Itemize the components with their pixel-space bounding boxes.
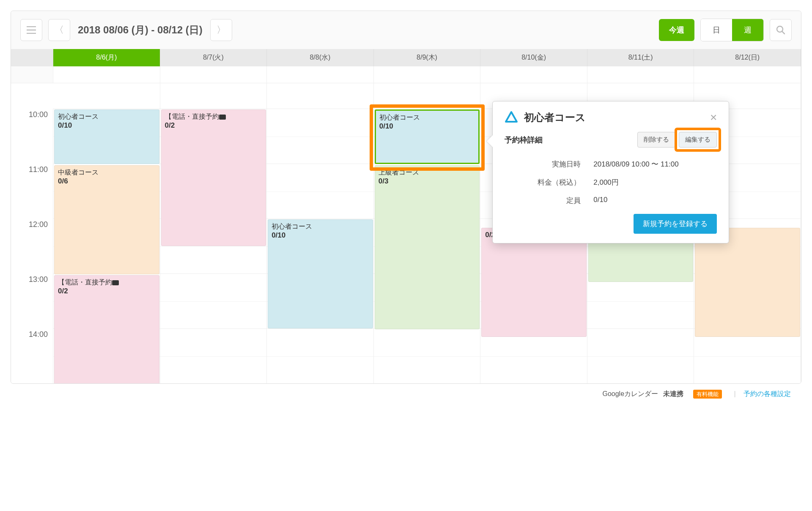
day-col-wed[interactable]: 初心者コース0/10 <box>267 83 374 383</box>
search-button[interactable] <box>770 19 792 41</box>
event-count: 0/10 <box>58 121 156 130</box>
event-title: 【電話・直接予約 <box>165 112 263 121</box>
calendar-event[interactable] <box>695 228 800 337</box>
day-header[interactable]: 8/9(木) <box>374 49 481 66</box>
detail-label: 定員 <box>505 196 593 205</box>
separator: | <box>734 390 735 397</box>
day-col-thu[interactable]: 初心者コース0/10上級者コース0/3 <box>374 83 481 383</box>
calendar-event[interactable]: 初心者コース0/10 <box>375 109 480 164</box>
gcal-status: 未連携 <box>663 390 683 397</box>
search-icon <box>776 25 785 35</box>
event-count: 0/6 <box>58 177 156 186</box>
header-gutter <box>11 49 53 66</box>
day-col-tue[interactable]: 【電話・直接予約0/2 <box>160 83 267 383</box>
phone-icon <box>219 115 226 120</box>
popover-header: 初心者コース × <box>505 111 717 124</box>
booking-settings-link[interactable]: 予約の各種設定 <box>743 390 791 397</box>
calendar-event[interactable]: 0/2 <box>481 228 587 337</box>
detail-row-price: 料金（税込） 2,000円 <box>505 173 717 191</box>
chevron-right-icon: 〉 <box>217 24 226 36</box>
day-header[interactable]: 8/12(日) <box>694 49 801 66</box>
close-button[interactable]: × <box>710 111 717 124</box>
detail-value: 0/10 <box>593 196 717 205</box>
menu-button[interactable] <box>20 19 42 41</box>
view-week-button[interactable]: 週 <box>732 19 763 41</box>
day-header-row: 8/6(月) 8/7(火) 8/8(水) 8/9(木) 8/10(金) 8/11… <box>11 49 801 66</box>
register-booking-button[interactable]: 新規予約を登録する <box>634 214 717 234</box>
hour-label: 14:00 <box>11 328 53 383</box>
event-title: 初心者コース <box>379 113 475 122</box>
detail-label: 料金（税込） <box>505 178 593 187</box>
day-header[interactable]: 8/11(土) <box>587 49 694 66</box>
event-count: 0/2 <box>58 287 156 295</box>
popover-subheader: 予約枠詳細 削除する 編集する <box>505 132 717 148</box>
chevron-left-icon: 〈 <box>55 24 64 36</box>
hour-label: 13:00 <box>11 273 53 328</box>
day-header[interactable]: 8/8(水) <box>267 49 374 66</box>
next-week-button[interactable]: 〉 <box>210 19 232 41</box>
detail-value: 2018/08/09 10:00 〜 11:00 <box>593 159 717 169</box>
gcal-label: Googleカレンダー <box>602 390 658 397</box>
edit-button[interactable]: 編集する <box>679 132 717 148</box>
detail-value: 2,000円 <box>593 178 717 187</box>
paid-badge: 有料機能 <box>693 390 722 399</box>
event-title: 初心者コース <box>58 112 156 121</box>
view-toggle: 日 週 <box>700 19 764 41</box>
calendar: 8/6(月) 8/7(火) 8/8(水) 8/9(木) 8/10(金) 8/11… <box>11 49 801 383</box>
prev-week-button[interactable]: 〈 <box>48 19 70 41</box>
footer: Googleカレンダー 未連携 有料機能 | 予約の各種設定 <box>11 384 801 404</box>
event-title: 初心者コース <box>272 222 369 231</box>
view-day-button[interactable]: 日 <box>701 19 732 41</box>
detail-row-datetime: 実施日時 2018/08/09 10:00 〜 11:00 <box>505 155 717 173</box>
phone-icon <box>112 280 119 285</box>
hour-label: 12:00 <box>11 219 53 273</box>
hour-label: 11:00 <box>11 164 53 219</box>
delete-button[interactable]: 削除する <box>637 132 675 148</box>
calendar-event[interactable]: 【電話・直接予約0/2 <box>161 109 266 246</box>
popover-title: 初心者コース <box>524 111 586 124</box>
calendar-event[interactable]: 初心者コース0/10 <box>54 109 159 164</box>
calendar-event[interactable]: 中級者コース0/6 <box>54 165 159 274</box>
detail-label: 実施日時 <box>505 159 593 169</box>
day-header[interactable]: 8/6(月) <box>53 49 160 66</box>
detail-row-capacity: 定員 0/10 <box>505 191 717 210</box>
time-gutter: 10:00 11:00 12:00 13:00 14:00 <box>11 83 53 383</box>
date-range-title: 2018 08/06 (月) - 08/12 (日) <box>78 23 203 37</box>
event-title: 上級者コース <box>379 168 476 177</box>
course-shape-icon <box>505 111 518 124</box>
day-header[interactable]: 8/10(金) <box>480 49 587 66</box>
event-count: 0/2 <box>165 121 263 130</box>
hamburger-icon <box>27 26 36 34</box>
calendar-event[interactable]: 上級者コース0/3 <box>375 165 480 329</box>
calendar-event[interactable]: 初心者コース0/10 <box>268 219 373 328</box>
hour-label: 10:00 <box>11 109 53 164</box>
event-title: 中級者コース <box>58 168 156 177</box>
toolbar: 〈 2018 08/06 (月) - 08/12 (日) 〉 今週 日 週 <box>11 11 801 49</box>
day-header[interactable]: 8/7(火) <box>160 49 267 66</box>
event-count: 0/10 <box>379 122 475 131</box>
event-popover: 初心者コース × 予約枠詳細 削除する 編集する 実施日時 2018/ <box>492 101 729 243</box>
event-count: 0/3 <box>379 177 476 186</box>
day-col-mon[interactable]: 初心者コース0/10中級者コース0/6【電話・直接予約0/2 <box>53 83 160 383</box>
event-title: 【電話・直接予約 <box>58 278 156 287</box>
calendar-event[interactable]: 【電話・直接予約0/2 <box>54 275 159 384</box>
popover-subtitle: 予約枠詳細 <box>505 135 543 145</box>
this-week-button[interactable]: 今週 <box>659 19 694 41</box>
event-count: 0/10 <box>272 231 369 240</box>
calendar-panel: 〈 2018 08/06 (月) - 08/12 (日) 〉 今週 日 週 8/… <box>11 11 801 384</box>
allday-row <box>11 66 801 83</box>
